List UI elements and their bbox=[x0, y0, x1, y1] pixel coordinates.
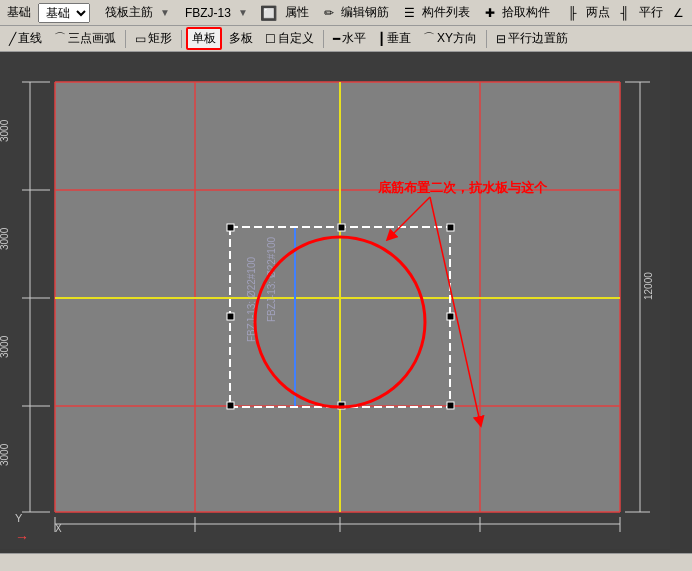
svg-text:→: → bbox=[15, 529, 29, 545]
divider10 bbox=[323, 30, 324, 48]
svg-text:3000: 3000 bbox=[0, 227, 10, 250]
rect-btn[interactable]: ▭ 矩形 bbox=[130, 28, 177, 49]
svg-text:底筋布置二次，抗水板与这个: 底筋布置二次，抗水板与这个 bbox=[377, 180, 548, 195]
rect-icon: ▭ bbox=[135, 32, 146, 46]
xy-icon: ⌒ bbox=[423, 30, 435, 47]
base-dropdown-label: 基础 bbox=[4, 3, 34, 22]
svg-rect-32 bbox=[447, 224, 454, 231]
arc3-label: 三点画弧 bbox=[68, 30, 116, 47]
custom-label: 自定义 bbox=[278, 30, 314, 47]
horizontal-label: 水平 bbox=[342, 30, 366, 47]
parallel-edge-label: 平行边置筋 bbox=[508, 30, 568, 47]
status-bar bbox=[0, 553, 692, 571]
divider11 bbox=[486, 30, 487, 48]
svg-rect-35 bbox=[227, 402, 234, 409]
line-btn[interactable]: ╱ 直线 bbox=[4, 28, 47, 49]
svg-text:Y: Y bbox=[15, 512, 23, 524]
xy-btn[interactable]: ⌒ XY方向 bbox=[418, 28, 482, 49]
svg-rect-31 bbox=[338, 224, 345, 231]
svg-text:3000: 3000 bbox=[0, 335, 10, 358]
angle-btn[interactable]: ∠ bbox=[670, 5, 687, 21]
arc3-btn[interactable]: ⌒ 三点画弧 bbox=[49, 28, 121, 49]
horizontal-icon: ━ bbox=[333, 32, 340, 46]
main-area: 3000 3000 3000 3000 12000 bbox=[0, 52, 692, 571]
horizontal-btn[interactable]: ━ 水平 bbox=[328, 28, 371, 49]
parallel-edge-btn[interactable]: ⊟ 平行边置筋 bbox=[491, 28, 573, 49]
two-points-label: 两点 bbox=[583, 3, 613, 22]
two-points-btn[interactable]: ╟ bbox=[565, 5, 580, 21]
svg-text:X: X bbox=[55, 523, 62, 534]
multi-btn[interactable]: 多板 bbox=[224, 28, 258, 49]
parallel-label: 平行 bbox=[636, 3, 666, 22]
divider9 bbox=[181, 30, 182, 48]
edit-rebar-btn[interactable]: 编辑钢筋 bbox=[338, 3, 392, 22]
svg-rect-34 bbox=[447, 313, 454, 320]
vertical-btn[interactable]: ┃ 垂直 bbox=[373, 28, 416, 49]
custom-icon: ☐ bbox=[265, 32, 276, 46]
toolbar-second[interactable]: ╱ 直线 ⌒ 三点画弧 ▭ 矩形 单板 多板 ☐ 自定义 ━ 水平 ┃ 垂直 ⌒… bbox=[0, 26, 692, 52]
svg-text:3000: 3000 bbox=[0, 119, 10, 142]
single-label: 单板 bbox=[192, 30, 216, 47]
custom-btn[interactable]: ☐ 自定义 bbox=[260, 28, 319, 49]
xy-label: XY方向 bbox=[437, 30, 477, 47]
base-select[interactable]: 基础 bbox=[38, 3, 90, 23]
code-label: FBZJ-13 bbox=[182, 5, 234, 21]
vertical-label: 垂直 bbox=[387, 30, 411, 47]
line-label: 直线 bbox=[18, 30, 42, 47]
member-list-btn[interactable]: 构件列表 bbox=[419, 3, 473, 22]
single-btn[interactable]: 单板 bbox=[186, 27, 222, 50]
svg-text:12000: 12000 bbox=[643, 272, 654, 300]
slab-main-label: 筏板主筋 bbox=[102, 3, 156, 22]
toolbar-top[interactable]: 基础 基础 筏板主筋 ▼ FBZJ-13 ▼ 🔲 属性 ✏ 编辑钢筋 ☰ 构件列… bbox=[0, 0, 692, 26]
svg-rect-33 bbox=[227, 313, 234, 320]
pick-member-btn[interactable]: 拾取构件 bbox=[499, 3, 553, 22]
svg-rect-37 bbox=[447, 402, 454, 409]
property-btn[interactable]: 属性 bbox=[282, 3, 312, 22]
svg-rect-30 bbox=[227, 224, 234, 231]
multi-label: 多板 bbox=[229, 30, 253, 47]
parallel-btn[interactable]: ╢ bbox=[617, 5, 632, 21]
rect-label: 矩形 bbox=[148, 30, 172, 47]
divider8 bbox=[125, 30, 126, 48]
parallel-edge-icon: ⊟ bbox=[496, 32, 506, 46]
svg-text:3000: 3000 bbox=[0, 443, 10, 466]
canvas-area[interactable]: 3000 3000 3000 3000 12000 bbox=[0, 52, 692, 571]
drawing-svg: 3000 3000 3000 3000 12000 bbox=[0, 52, 670, 549]
arc3-icon: ⌒ bbox=[54, 30, 66, 47]
line-icon: ╱ bbox=[9, 32, 16, 46]
vertical-icon: ┃ bbox=[378, 32, 385, 46]
